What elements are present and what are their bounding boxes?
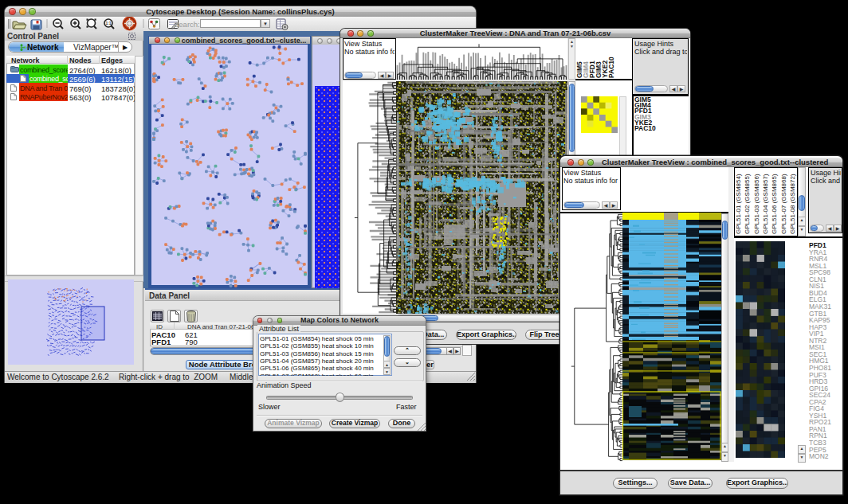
svg-text:1:1: 1:1 [106, 21, 112, 25]
